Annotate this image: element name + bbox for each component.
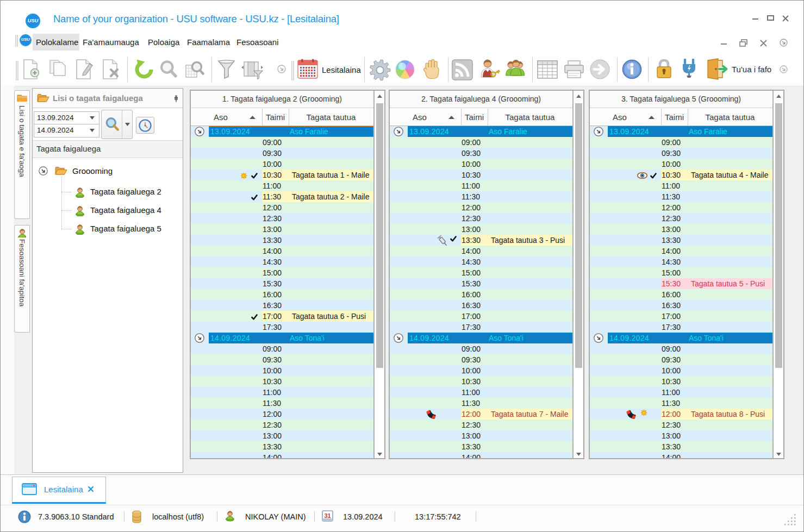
svg-text:31: 31 (324, 512, 331, 519)
